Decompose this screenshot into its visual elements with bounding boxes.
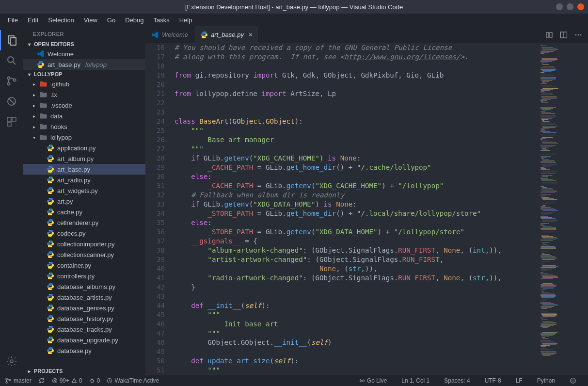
file-item[interactable]: art_base.py <box>23 164 145 175</box>
status-golive[interactable]: Go Live <box>359 377 387 384</box>
file-item[interactable]: database_history.py <box>23 313 145 324</box>
python-file-icon <box>47 165 54 173</box>
compare-changes-icon[interactable] <box>545 31 553 39</box>
section-projects[interactable]: ▸ PROJECTS <box>23 367 145 375</box>
activity-bar <box>0 26 23 375</box>
file-item[interactable]: database_tracks.py <box>23 324 145 335</box>
svg-point-70 <box>91 379 93 383</box>
status-sync[interactable] <box>38 377 45 384</box>
editor-tab[interactable]: art_base.py× <box>194 26 259 43</box>
python-file-icon <box>200 31 208 39</box>
status-problems[interactable]: 99+ 0 <box>52 377 82 384</box>
activity-debug-icon[interactable] <box>0 91 23 112</box>
svg-rect-57 <box>546 32 549 37</box>
folder-item[interactable]: ▸.github <box>23 79 145 89</box>
svg-point-42 <box>51 289 52 290</box>
svg-point-61 <box>575 34 577 35</box>
file-item[interactable]: database_artists.py <box>23 292 145 303</box>
split-editor-icon[interactable] <box>560 31 568 39</box>
status-spaces[interactable]: Spaces: 4 <box>444 377 470 384</box>
file-item[interactable]: cellrenderer.py <box>23 217 145 228</box>
section-open-editors[interactable]: ▾ OPEN EDITORS <box>23 40 145 48</box>
activity-explorer-icon[interactable] <box>0 30 23 50</box>
folder-item[interactable]: ▸hooks <box>23 121 145 132</box>
svg-line-3 <box>13 62 16 64</box>
file-item[interactable]: database.py <box>23 345 145 356</box>
svg-point-14 <box>42 67 42 67</box>
svg-point-18 <box>51 161 52 161</box>
activity-git-icon[interactable] <box>0 71 23 91</box>
open-editor-item[interactable]: Welcome <box>23 48 145 59</box>
tree-item-label: collectionimporter.py <box>57 241 115 248</box>
folder-icon <box>40 80 48 88</box>
svg-point-4 <box>8 77 10 80</box>
file-item[interactable]: database_genres.py <box>23 303 145 313</box>
activity-search-icon[interactable] <box>0 50 23 71</box>
python-file-icon <box>47 272 54 280</box>
file-item[interactable]: art_widgets.py <box>23 185 145 196</box>
section-project[interactable]: ▾ LOLLYPOP <box>23 70 145 79</box>
status-debug[interactable]: 0 <box>89 377 100 384</box>
menu-file[interactable]: File <box>4 16 22 25</box>
tree-item-label: .github <box>50 80 69 88</box>
menu-debug[interactable]: Debug <box>121 16 147 25</box>
file-item[interactable]: art_album.py <box>23 153 145 164</box>
folder-item[interactable]: ▸.vscode <box>23 100 145 111</box>
svg-point-46 <box>51 310 52 311</box>
svg-point-19 <box>49 166 49 167</box>
file-item[interactable]: collectionimporter.py <box>23 239 145 249</box>
status-encoding[interactable]: UTF-8 <box>485 377 501 384</box>
file-item[interactable]: database_upgrade.py <box>23 335 145 345</box>
folder-item[interactable]: ▾lollypop <box>23 132 145 143</box>
svg-point-54 <box>51 353 52 354</box>
file-item[interactable]: database_albums.py <box>23 281 145 292</box>
more-actions-icon[interactable] <box>574 31 582 39</box>
status-git-branch[interactable]: master <box>5 377 32 384</box>
svg-point-26 <box>51 204 52 204</box>
activity-settings-icon[interactable] <box>0 351 23 371</box>
file-item[interactable]: codecs.py <box>23 228 145 239</box>
svg-point-36 <box>51 257 52 257</box>
status-language[interactable]: Python <box>537 377 555 384</box>
editor-tab[interactable]: Welcome <box>145 26 194 43</box>
status-feedback-icon[interactable] <box>570 377 576 384</box>
close-tab-icon[interactable]: × <box>249 31 253 38</box>
svg-point-52 <box>51 342 52 343</box>
menu-view[interactable]: View <box>80 16 101 25</box>
python-file-icon <box>47 315 54 322</box>
svg-point-27 <box>49 209 49 209</box>
python-file-icon <box>47 155 54 162</box>
svg-point-41 <box>49 284 49 284</box>
code-content[interactable]: # You should have received a copy of the… <box>175 43 588 375</box>
file-item[interactable]: cache.py <box>23 207 145 217</box>
file-item[interactable]: art.py <box>23 196 145 207</box>
file-item[interactable]: art_radio.py <box>23 175 145 185</box>
menu-edit[interactable]: Edit <box>24 16 42 25</box>
status-eol[interactable]: LF <box>516 377 523 384</box>
file-item[interactable]: application.py <box>23 143 145 153</box>
maximize-button[interactable] <box>567 3 573 10</box>
status-wakatime[interactable]: WakaTime Active <box>107 377 159 384</box>
menu-tasks[interactable]: Tasks <box>149 16 173 25</box>
svg-point-30 <box>51 225 52 225</box>
status-cursor[interactable]: Ln 1, Col 1 <box>401 377 429 384</box>
file-item[interactable]: collectionscanner.py <box>23 249 145 260</box>
close-button[interactable] <box>577 3 584 10</box>
svg-point-2 <box>8 57 14 63</box>
sidebar-title: EXPLORER <box>23 26 145 40</box>
folder-icon <box>40 91 48 98</box>
menu-selection[interactable]: Selection <box>44 16 78 25</box>
open-editor-item[interactable]: art_base.pylollypop <box>23 59 145 70</box>
minimize-button[interactable] <box>556 3 563 10</box>
tree-item-label: art_radio.py <box>57 177 91 184</box>
folder-item[interactable]: ▸data <box>23 111 145 121</box>
minimap[interactable]: ▬▬▬▬▬▬▬▬▬ ▬▬▬▬▬▬▬▬▬▬▬▬ ▬▬▬▬▬▬▬▬▬▬▬▬▬▬▬ ▬… <box>540 43 588 375</box>
file-item[interactable]: container.py <box>23 260 145 271</box>
editor-body[interactable]: 1617181920212223242526272829303132333435… <box>145 43 588 375</box>
menu-go[interactable]: Go <box>103 16 119 25</box>
menu-help[interactable]: Help <box>175 16 196 25</box>
python-file-icon <box>47 336 54 344</box>
file-item[interactable]: controllers.py <box>23 271 145 281</box>
activity-extensions-icon[interactable] <box>0 112 23 132</box>
folder-item[interactable]: ▸.tx <box>23 89 145 100</box>
